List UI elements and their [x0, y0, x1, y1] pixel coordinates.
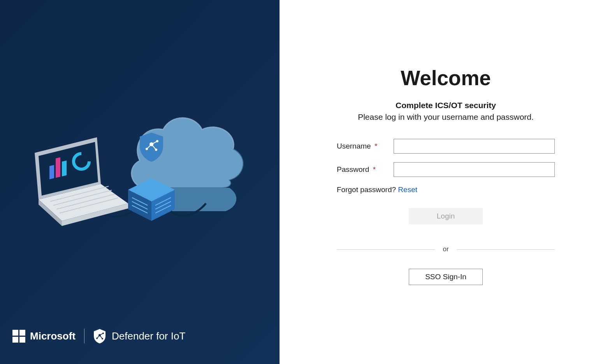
svg-point-6 — [155, 149, 157, 151]
illustration-container — [0, 0, 280, 364]
password-label-text: Password — [337, 165, 369, 173]
page-title: Welcome — [401, 66, 491, 90]
microsoft-logo: Microsoft — [12, 330, 76, 343]
forgot-password-label: Forgot password? — [337, 186, 398, 194]
defender-brand: Defender for IoT — [93, 328, 185, 344]
forgot-password-row: Forgot password? Reset — [337, 186, 555, 194]
reset-link[interactable]: Reset — [398, 186, 417, 194]
svg-rect-19 — [56, 158, 60, 178]
divider-line — [337, 249, 435, 250]
svg-point-35 — [102, 338, 103, 340]
login-button[interactable]: Login — [409, 208, 483, 224]
password-label: Password * — [337, 165, 394, 174]
brand-footer: Microsoft Defender for IoT — [12, 328, 185, 344]
subtitle-instruction: Please log in with your username and pas… — [358, 112, 534, 122]
hero-illustration — [11, 94, 268, 234]
svg-point-33 — [102, 332, 104, 334]
username-label: Username * — [337, 142, 394, 150]
password-row: Password * — [337, 162, 555, 177]
username-label-text: Username — [337, 142, 371, 150]
svg-rect-18 — [49, 165, 54, 179]
svg-point-34 — [96, 338, 98, 339]
username-row: Username * — [337, 139, 555, 154]
microsoft-label: Microsoft — [30, 330, 76, 342]
or-label: or — [435, 245, 456, 253]
login-form: Username * Password * Forgot password? R… — [337, 139, 555, 224]
shield-icon — [93, 328, 106, 344]
password-input[interactable] — [394, 162, 555, 177]
required-asterisk: * — [373, 165, 376, 173]
divider-line — [457, 249, 555, 250]
svg-rect-20 — [62, 161, 67, 177]
branding-panel: Microsoft Defender for IoT — [0, 0, 280, 364]
microsoft-squares-icon — [12, 330, 25, 343]
sso-signin-button[interactable]: SSO Sign-In — [409, 269, 483, 285]
username-input[interactable] — [394, 139, 555, 154]
subtitle-bold: Complete ICS/OT security — [396, 101, 496, 110]
svg-point-5 — [146, 148, 148, 150]
product-label: Defender for IoT — [112, 330, 185, 342]
or-divider: or — [337, 245, 555, 253]
svg-point-4 — [156, 140, 158, 142]
login-panel: Welcome Complete ICS/OT security Please … — [280, 0, 612, 364]
brand-divider — [84, 329, 84, 343]
required-asterisk: * — [375, 142, 377, 150]
